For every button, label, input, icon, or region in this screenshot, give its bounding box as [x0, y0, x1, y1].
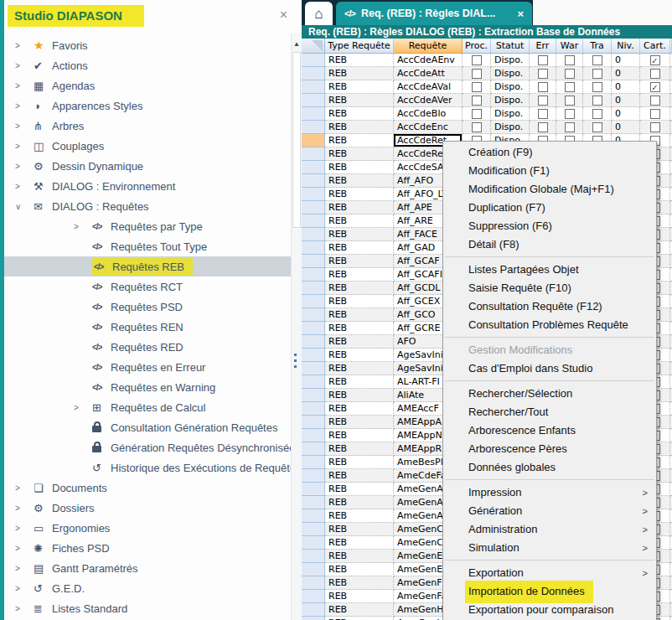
row-selector[interactable]	[302, 107, 325, 121]
cell-niv[interactable]: 0	[612, 54, 640, 67]
menu-item-modification-f1[interactable]: Modification (F1)	[443, 162, 656, 180]
cell-type-requete[interactable]: REB	[325, 80, 394, 94]
unchecked-checkbox[interactable]	[538, 69, 548, 79]
unchecked-checkbox[interactable]	[592, 109, 602, 119]
row-selector[interactable]	[302, 80, 325, 94]
row-selector[interactable]	[302, 603, 325, 617]
unchecked-checkbox[interactable]	[472, 109, 482, 119]
sidebar-scrollbar[interactable]: ▲	[291, 34, 302, 620]
chevron-right-icon[interactable]: >	[15, 524, 34, 533]
chevron-right-icon[interactable]: >	[15, 41, 34, 50]
menu-item-arborescence-peres[interactable]: Arborescence Pères	[443, 440, 656, 458]
unchecked-checkbox[interactable]	[565, 55, 575, 65]
unchecked-checkbox[interactable]	[538, 82, 548, 92]
menu-item-exportation-pour-comparaison[interactable]: Exportation pour comparaison	[443, 601, 656, 619]
sidebar-item-documents[interactable]: >❏Documents	[4, 478, 291, 498]
cell-type-requete[interactable]: REB	[325, 469, 394, 483]
cell-type-requete[interactable]: REB	[325, 389, 394, 402]
unchecked-checkbox[interactable]	[592, 55, 602, 65]
cell-type-requete[interactable]: REB	[325, 295, 394, 308]
sidebar-item-generation-requetes-desynchronisee[interactable]: Génération Requêtes Désynchronisée	[4, 437, 291, 457]
unchecked-checkbox[interactable]	[650, 69, 660, 79]
sidebar-item-actions[interactable]: >✔Actions	[4, 55, 291, 75]
unchecked-checkbox[interactable]	[472, 55, 482, 65]
cell-tra-checkbox[interactable]	[583, 80, 612, 94]
cell-type-requete[interactable]: REB	[325, 483, 394, 496]
cell-requete[interactable]: AccCdeAtt	[394, 67, 463, 80]
unchecked-checkbox[interactable]	[538, 96, 548, 106]
cell-tra-checkbox[interactable]	[583, 107, 612, 121]
sidebar-item-favoris[interactable]: >★Favoris	[4, 35, 291, 55]
chevron-right-icon[interactable]: >	[15, 544, 34, 553]
sidebar-item-arbres[interactable]: >⋔Arbres	[4, 116, 291, 136]
unchecked-checkbox[interactable]	[650, 96, 660, 106]
column-header-niv[interactable]: Niv.	[612, 39, 640, 54]
chevron-right-icon[interactable]: >	[15, 564, 34, 573]
sidebar-item-couplages[interactable]: >◫Couplages	[4, 136, 291, 156]
menu-item-consultation-requete-f12[interactable]: Consultation Requête (F12)	[443, 297, 656, 316]
menu-item-gestion-modifications[interactable]: Gestion Modifications	[443, 341, 656, 359]
cell-type-requete[interactable]: REB	[325, 429, 394, 442]
menu-item-listes-partagees-objet[interactable]: Listes Partagées Objet	[443, 261, 656, 279]
cell-type-requete[interactable]: REB	[325, 161, 394, 174]
cell-statut[interactable]: Dispo.	[491, 54, 530, 67]
cell-type-requete[interactable]: REB	[325, 375, 394, 389]
cell-proc-checkbox[interactable]	[463, 94, 491, 107]
sidebar-item-requetes-de-calcul[interactable]: >⊞Requêtes de Calcul	[4, 397, 291, 417]
sidebar-item-apparences-styles[interactable]: >◑Apparences Styles	[4, 96, 291, 116]
row-selector[interactable]	[302, 416, 325, 429]
cell-statut[interactable]: Dispo.	[491, 80, 530, 94]
cell-type-requete[interactable]: REB	[325, 509, 394, 523]
unchecked-checkbox[interactable]	[538, 122, 548, 132]
row-selector[interactable]	[302, 67, 325, 80]
cell-cart-checkbox[interactable]: ✓	[640, 80, 670, 94]
row-selector[interactable]	[302, 442, 325, 456]
splitter-handle-icon[interactable]	[294, 354, 297, 368]
chevron-right-icon[interactable]: >	[15, 483, 34, 493]
sidebar-item-requetes-en-erreur[interactable]: </>Requêtes en Erreur	[4, 357, 291, 377]
unchecked-checkbox[interactable]	[650, 109, 660, 119]
menu-item-impression[interactable]: Impression>	[443, 483, 656, 502]
scrollbar-thumb[interactable]	[292, 52, 301, 228]
cell-statut[interactable]: Dispo.	[491, 107, 530, 121]
row-selector[interactable]	[302, 617, 325, 620]
tab-active[interactable]: </> Req. (REB) : Règles DIAL... ×	[336, 2, 532, 25]
sidebar-item-agendas[interactable]: >▦Agendas	[4, 75, 291, 96]
column-header-tra[interactable]: Tra	[583, 39, 612, 54]
unchecked-checkbox[interactable]	[650, 122, 660, 132]
sidebar-item-g-e-d[interactable]: >↺G.E.D.	[4, 578, 291, 598]
row-selector[interactable]	[302, 188, 325, 201]
menu-item-creation-f9[interactable]: Création (F9)	[443, 143, 656, 162]
cell-type-requete[interactable]: REB	[325, 563, 394, 576]
cell-type-requete[interactable]: REB	[325, 54, 394, 67]
row-selector[interactable]	[302, 282, 325, 295]
column-header-cart[interactable]: Cart.	[640, 39, 670, 54]
cell-type-requete[interactable]: REB	[325, 255, 394, 268]
cell-niv[interactable]: 0	[612, 121, 640, 134]
cell-war-checkbox[interactable]	[556, 54, 583, 67]
unchecked-checkbox[interactable]	[565, 82, 575, 92]
row-selector[interactable]	[302, 402, 325, 416]
cell-requete[interactable]: AccCdeBlo	[394, 107, 463, 121]
cell-type-requete[interactable]: REB	[325, 416, 394, 429]
unchecked-checkbox[interactable]	[472, 122, 482, 132]
sidebar-item-ergonomies[interactable]: >▭Ergonomies	[4, 518, 291, 538]
row-selector[interactable]	[302, 322, 325, 335]
menu-item-donnees-globales[interactable]: Données globales	[443, 458, 656, 477]
unchecked-checkbox[interactable]	[565, 96, 575, 106]
cell-type-requete[interactable]: REB	[325, 121, 394, 134]
row-selector[interactable]	[302, 523, 325, 536]
cell-statut[interactable]: Dispo.	[491, 94, 530, 107]
chevron-right-icon[interactable]: >	[74, 403, 92, 412]
row-selector[interactable]	[302, 550, 325, 563]
column-header-proc[interactable]: Proc.	[463, 39, 491, 54]
row-selector[interactable]	[302, 255, 325, 268]
row-selector[interactable]	[302, 228, 325, 241]
cell-proc-checkbox[interactable]	[463, 54, 491, 67]
unchecked-checkbox[interactable]	[592, 96, 602, 106]
cell-type-requete[interactable]: REB	[325, 214, 394, 228]
cell-war-checkbox[interactable]	[556, 94, 583, 107]
chevron-right-icon[interactable]: >	[15, 162, 34, 171]
tab-home[interactable]: ⌂	[305, 2, 333, 25]
row-selector[interactable]	[302, 161, 325, 174]
